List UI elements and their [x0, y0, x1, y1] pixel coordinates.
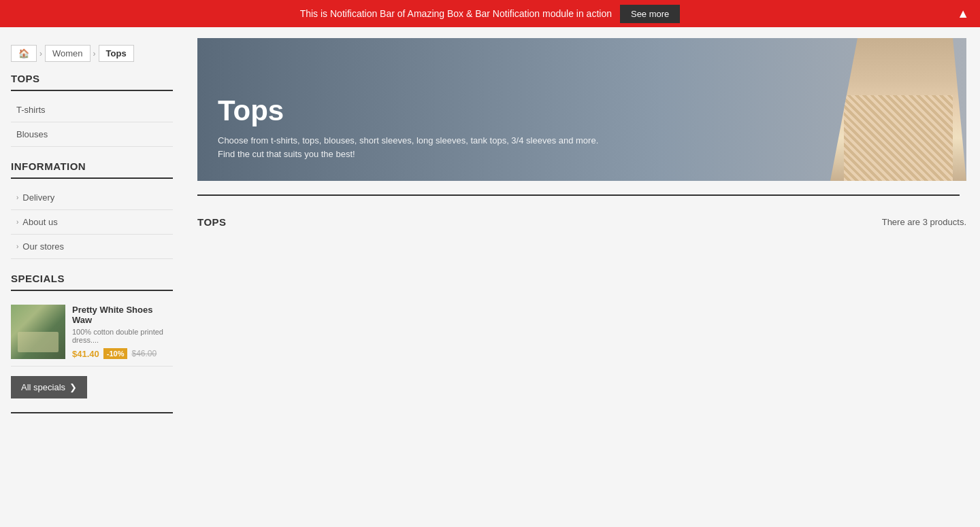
special-product-title[interactable]: Pretty White Shoes Waw [72, 305, 173, 325]
breadcrumb-separator-1: › [39, 49, 42, 58]
hero-description: Choose from t-shirts, tops, blouses, sho… [218, 134, 946, 160]
products-heading: TOPS [197, 216, 227, 228]
hero-desc-line1: Choose from t-shirts, tops, blouses, sho… [218, 135, 598, 146]
tops-section-heading: TOPS [11, 73, 173, 91]
our-stores-label: Our stores [22, 241, 64, 252]
special-product-item: Pretty White Shoes Waw 100% cotton doubl… [11, 298, 173, 367]
specials-heading: SPECIALS [11, 273, 173, 291]
about-us-label: About us [22, 217, 57, 227]
special-discount-badge: -10% [103, 348, 128, 359]
special-product-info: Pretty White Shoes Waw 100% cotton doubl… [72, 305, 173, 359]
sidebar-item-about-us[interactable]: › About us [11, 210, 173, 235]
special-price: $41.40 [72, 349, 99, 359]
category-list: T-shirts Blouses [11, 98, 173, 147]
hero-title: Tops [218, 95, 946, 127]
information-section: INFORMATION › Delivery › About us › Our … [11, 160, 173, 259]
special-product-image-inner [11, 305, 65, 359]
see-more-button[interactable]: See more [620, 5, 680, 23]
breadcrumb-women-link[interactable]: Women [45, 45, 91, 62]
hero-content: Tops Choose from t-shirts, tops, blouses… [197, 74, 966, 181]
hero-desc-line2: Find the cut that suits you the best! [218, 149, 355, 159]
info-list: › Delivery › About us › Our stores [11, 186, 173, 259]
products-count: There are 3 products. [882, 217, 966, 227]
breadcrumb-separator-2: › [93, 49, 96, 58]
delivery-label: Delivery [22, 192, 54, 203]
list-item[interactable]: Blouses [11, 122, 173, 147]
products-header [197, 194, 966, 205]
notification-text: This is Notification Bar of Amazing Box … [300, 8, 612, 19]
chevron-right-icon: › [16, 194, 18, 201]
all-specials-label: All specials [21, 382, 65, 392]
special-original-price: $46.00 [131, 349, 157, 358]
specials-section: SPECIALS Pretty White Shoes Waw 100% cot… [11, 273, 173, 413]
products-divider-left [197, 194, 960, 196]
main-content: Tops Choose from t-shirts, tops, blouses… [184, 27, 980, 424]
all-specials-arrow-icon: ❯ [69, 382, 77, 392]
breadcrumb: 🏠 › Women › Tops [11, 38, 173, 73]
notification-close-button[interactable]: ▲ [957, 7, 969, 21]
hero-banner: Tops Choose from t-shirts, tops, blouses… [197, 38, 966, 181]
all-specials-button[interactable]: All specials ❯ [11, 376, 87, 398]
special-product-description: 100% cotton double printed dress.... [72, 328, 173, 344]
sidebar-bottom-divider [11, 412, 173, 413]
chevron-right-icon: › [16, 218, 18, 226]
sidebar: 🏠 › Women › Tops TOPS T-shirts Blouses I… [0, 27, 184, 424]
category-tshirts-link[interactable]: T-shirts [11, 98, 173, 122]
breadcrumb-home-icon[interactable]: 🏠 [11, 45, 37, 62]
notification-bar: This is Notification Bar of Amazing Box … [0, 0, 980, 27]
page-wrapper: 🏠 › Women › Tops TOPS T-shirts Blouses I… [0, 27, 980, 424]
sidebar-item-our-stores[interactable]: › Our stores [11, 235, 173, 259]
special-product-image[interactable] [11, 305, 65, 359]
list-item[interactable]: T-shirts [11, 98, 173, 122]
information-heading: INFORMATION [11, 160, 173, 179]
products-title-row: TOPS There are 3 products. [197, 216, 966, 231]
breadcrumb-tops: Tops [99, 45, 134, 62]
special-price-row: $41.40 -10% $46.00 [72, 348, 173, 359]
sidebar-item-delivery[interactable]: › Delivery [11, 186, 173, 210]
chevron-right-icon: › [16, 243, 18, 250]
category-blouses-link[interactable]: Blouses [11, 122, 173, 146]
